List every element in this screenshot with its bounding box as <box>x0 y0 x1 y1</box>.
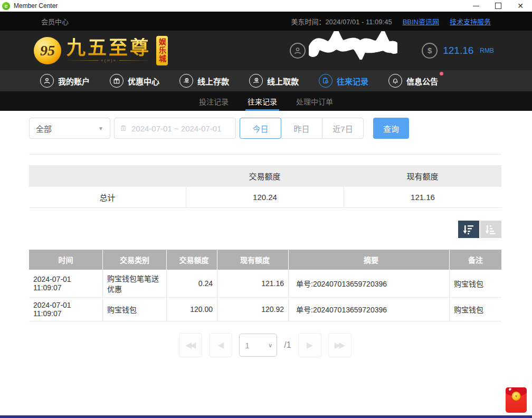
sub-nav: 投注记录 往来记录 处理中订单 <box>0 91 532 111</box>
main-content: 全部 ▼ 🗓 2024-07-01 ~ 2024-07-01 今日 昨日 近7日… <box>0 111 532 357</box>
red-envelope-icon[interactable]: ¥ <box>506 387 527 413</box>
col-type: 交易类别 <box>102 250 166 270</box>
divider <box>29 154 501 155</box>
minimize-button[interactable] <box>473 3 479 9</box>
sparkle-icon <box>509 388 511 391</box>
cell-time: 2024-07-01 11:09:07 <box>29 298 102 321</box>
date-range-input[interactable]: 🗓 2024-07-01 ~ 2024-07-01 <box>114 118 236 139</box>
records-clipboard-icon <box>319 74 332 88</box>
quick-date-group: 今日 昨日 近7日 <box>240 118 364 139</box>
total-pages-label: /1 <box>284 340 291 350</box>
nav-promotions[interactable]: 优惠中心 <box>110 74 159 88</box>
user-chip[interactable] <box>290 35 397 66</box>
yesterday-button[interactable]: 昨日 <box>281 118 322 139</box>
table-header-row: 时间 交易类别 交易额度 现有额度 摘要 备注 <box>29 250 501 270</box>
records-table: 时间 交易类别 交易额度 现有额度 摘要 备注 2024-07-01 11:09… <box>29 250 501 321</box>
pagination: ◀◀ ◀ 1 ∨ /1 ▶ ▶▶ <box>29 333 501 357</box>
category-select[interactable]: 全部 ▼ <box>29 118 110 139</box>
maximize-button[interactable] <box>495 3 501 9</box>
cell-type: 购宝钱包笔笔送优惠 <box>102 270 166 297</box>
table-row: 2024-07-01 11:09:07 购宝钱包 120.00 120.92 单… <box>29 298 501 321</box>
cell-balance: 120.92 <box>217 298 288 321</box>
nav-label: 线上存款 <box>197 75 229 87</box>
last7days-button[interactable]: 近7日 <box>322 118 364 139</box>
dollar-icon: $ <box>422 43 438 59</box>
summary-total-label: 总计 <box>29 187 186 207</box>
gift-icon <box>110 74 124 88</box>
cell-note: 购宝钱包 <box>449 270 501 297</box>
logo-name: 九五至尊 <box>66 38 151 58</box>
summary-header-trade: 交易额度 <box>186 170 344 182</box>
cell-balance: 121.16 <box>217 270 288 297</box>
nav-label: 我的账户 <box>58 75 90 87</box>
cell-note: 购宝钱包 <box>449 298 501 321</box>
redacted-username-scribble <box>309 31 397 62</box>
bottom-accent-bar <box>0 415 532 418</box>
deposit-coin-icon: $ <box>179 74 193 88</box>
account-icon <box>40 74 54 88</box>
category-value: 全部 <box>36 123 52 134</box>
nav-label: 优惠中心 <box>128 75 159 87</box>
summary-balance-total: 121.16 <box>344 187 501 207</box>
filter-bar: 全部 ▼ 🗓 2024-07-01 ~ 2024-07-01 今日 昨日 近7日… <box>29 118 501 139</box>
top-strip: 会员中心 美东时间：2024/07/01 - 11:09:45 BBIN资讯网 … <box>0 12 532 31</box>
sort-ascending-button[interactable] <box>480 221 501 238</box>
page-select[interactable]: 1 <box>239 334 277 357</box>
cell-summary: 单号:202407013659720396 <box>288 298 449 321</box>
table-row: 2024-07-01 11:09:07 购宝钱包笔笔送优惠 0.24 121.1… <box>29 270 501 298</box>
balance-amount: 121.16 <box>443 45 473 56</box>
window-title: Member Center <box>14 2 473 10</box>
summary-trade-total: 120.24 <box>186 187 344 207</box>
tab-bet-records[interactable]: 投注记录 <box>197 91 231 111</box>
caret-down-icon: ▼ <box>98 126 103 131</box>
svg-text:$: $ <box>186 79 188 81</box>
balance-currency: RMB <box>480 47 494 54</box>
col-note: 备注 <box>449 250 501 270</box>
gold-coin-icon: ¥ <box>512 392 521 401</box>
logo-badge: 娱乐城 <box>156 36 168 65</box>
tech-support-link[interactable]: 技术支持服务 <box>450 16 491 26</box>
first-page-button[interactable]: ◀◀ <box>179 333 202 357</box>
next-page-button[interactable]: ▶ <box>298 333 321 357</box>
member-center-label: 会员中心 <box>41 16 69 26</box>
date-range-value: 2024-07-01 ~ 2024-07-01 <box>131 124 222 133</box>
sort-bar <box>29 221 501 238</box>
tab-transaction-records[interactable]: 往来记录 <box>245 91 279 111</box>
col-amount: 交易额度 <box>166 250 217 270</box>
sort-descending-button[interactable] <box>458 221 479 238</box>
logo-flourish: ·«(∞)»· <box>66 58 151 63</box>
nav-label: 信息公告 <box>406 75 438 87</box>
notification-dot <box>440 72 443 75</box>
cell-amount: 120.00 <box>166 298 217 321</box>
cell-amount: 0.24 <box>166 270 217 297</box>
col-balance: 现有额度 <box>217 250 288 270</box>
withdraw-coin-icon: $ <box>249 74 263 88</box>
search-button[interactable]: 查询 <box>373 118 409 139</box>
nav-withdraw[interactable]: $ 线上取款 <box>249 74 299 88</box>
bell-icon <box>388 74 402 88</box>
nav-my-account[interactable]: 我的账户 <box>40 74 90 88</box>
col-summary: 摘要 <box>288 250 449 270</box>
bbin-news-link[interactable]: BBIN资讯网 <box>403 16 439 26</box>
col-time: 时间 <box>29 250 102 270</box>
calendar-icon: 🗓 <box>120 124 127 132</box>
avatar-icon <box>290 43 306 59</box>
logo-monogram-icon: 95 <box>34 37 61 64</box>
cell-time: 2024-07-01 11:09:07 <box>29 270 102 297</box>
nav-transaction-records[interactable]: 往来记录 <box>319 74 368 88</box>
close-button[interactable]: ✕ <box>517 3 524 9</box>
tab-pending-orders[interactable]: 处理中订单 <box>294 91 335 111</box>
nav-deposit[interactable]: $ 线上存款 <box>179 74 229 88</box>
app-icon: e <box>2 2 10 10</box>
nav-label: 往来记录 <box>337 75 368 87</box>
prev-page-button[interactable]: ◀ <box>209 333 232 357</box>
nav-announcements[interactable]: 信息公告 <box>388 74 438 88</box>
last-page-button[interactable]: ▶▶ <box>328 333 352 357</box>
eastern-time-label: 美东时间：2024/07/01 - 11:09:45 <box>291 16 392 26</box>
brand-header: 95 九五至尊 ·«(∞)»· 娱乐城 $ 121.16 <box>0 31 532 70</box>
today-button[interactable]: 今日 <box>240 118 281 139</box>
nav-label: 线上取款 <box>267 75 299 87</box>
balance-chip[interactable]: $ 121.16 RMB <box>422 43 494 59</box>
cell-summary: 单号:202407013659720396 <box>288 270 449 297</box>
summary-table: 交易额度 现有额度 总计 120.24 121.16 <box>29 165 501 208</box>
